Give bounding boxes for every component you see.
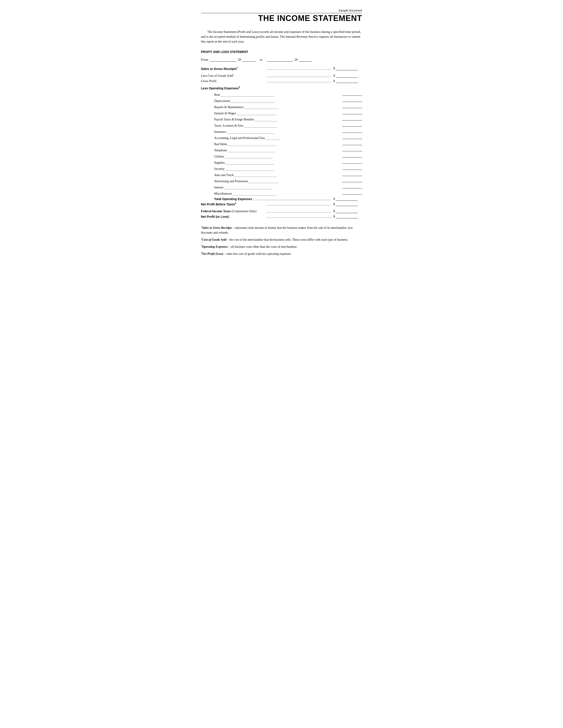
expense-line[interactable] xyxy=(342,98,362,102)
expense-label: Salaries & Wages xyxy=(214,112,280,115)
net-profit-loss-label: Net Profit (or Loss) xyxy=(201,215,267,218)
expense-label: Rent xyxy=(214,93,280,97)
net-profit-before-label: Net Profit Before Taxes4 xyxy=(201,202,267,206)
federal-income-amount: $ xyxy=(331,209,362,213)
total-operating-line[interactable] xyxy=(336,197,358,201)
expense-amount xyxy=(340,110,362,115)
less-operating-title: Less Operating Expenses3 xyxy=(201,86,362,90)
expense-label: Bad Debts xyxy=(214,143,280,146)
expense-amount xyxy=(340,92,362,97)
federal-income-line[interactable] xyxy=(336,209,358,213)
expense-line[interactable] xyxy=(342,154,362,158)
sales-gross-amount: $ xyxy=(331,66,362,70)
expense-amount xyxy=(340,166,362,171)
expense-row: Auto and Truck xyxy=(201,172,362,177)
expense-line[interactable] xyxy=(342,92,362,96)
net-profit-before-amount: $ xyxy=(331,202,362,206)
gross-profit-dots xyxy=(267,82,331,82)
footnote-def: – all business costs other than the cost… xyxy=(228,245,298,248)
expense-row: Interest xyxy=(201,184,362,189)
footnote-term: Cost of Goods Sold xyxy=(202,238,226,241)
expense-line[interactable] xyxy=(342,110,362,114)
expense-line[interactable] xyxy=(342,135,362,139)
income-table: Sales or Gross Receipts1 $ Less Cost of … xyxy=(201,66,362,218)
main-title: THE INCOME STATEMENT xyxy=(201,14,362,23)
footnote-term: Operating Expenses xyxy=(202,245,227,248)
expense-label: Miscellaneous xyxy=(214,192,280,195)
year1-label: 20 xyxy=(238,58,241,62)
expense-line[interactable] xyxy=(342,172,362,176)
expense-row: Rent xyxy=(201,92,362,97)
net-profit-loss-row: Net Profit (or Loss) $ xyxy=(201,214,362,218)
net-profit-before-dots xyxy=(267,205,331,205)
expense-amount xyxy=(340,154,362,158)
gross-profit-line[interactable] xyxy=(336,79,358,83)
expense-row: Advertising and Promotion xyxy=(201,178,362,183)
expense-label: Auto and Truck xyxy=(214,173,280,177)
total-operating-amount: $ xyxy=(331,197,362,201)
expense-label: Depreciation xyxy=(214,99,280,103)
expense-row: Supplies xyxy=(201,160,362,165)
expense-amount xyxy=(340,135,362,140)
expense-label: Repairs & Maintenance xyxy=(214,105,280,109)
expense-line[interactable] xyxy=(342,147,362,151)
year2-label: 20 xyxy=(295,58,298,62)
net-profit-loss-amount: $ xyxy=(331,214,362,218)
net-profit-before-line[interactable] xyxy=(336,202,358,206)
from-line: From: 20 to 20 xyxy=(201,58,362,62)
header-area: Sample Document xyxy=(201,9,362,13)
footnote-def: – the cost of the merchandise that the b… xyxy=(227,238,349,241)
footnotes-area: 1Sales or Gross Receipts – represents to… xyxy=(201,225,362,257)
expense-line[interactable] xyxy=(342,123,362,127)
expense-rows: Rent Depreciation Repairs & Maintenance … xyxy=(201,92,362,195)
less-cost-label: Less Cost of Goods Sold2 xyxy=(201,73,267,78)
expense-row: Insurance xyxy=(201,129,362,134)
expense-label: Insurance xyxy=(214,130,280,134)
from-field[interactable] xyxy=(210,58,236,62)
expense-line[interactable] xyxy=(342,184,362,188)
sales-gross-row: Sales or Gross Receipts1 $ xyxy=(201,66,362,70)
expense-label: Utilities xyxy=(214,155,280,158)
expense-amount xyxy=(340,129,362,134)
expense-amount xyxy=(340,123,362,128)
less-cost-amount: $ xyxy=(331,74,362,78)
expense-row: Accounting, Legal and Professional Fees xyxy=(201,135,362,140)
expense-label: Security xyxy=(214,167,280,171)
less-cost-line[interactable] xyxy=(336,74,358,78)
federal-income-row: Federal Income Taxes (Corporation Only) … xyxy=(201,209,362,213)
sales-gross-label: Sales or Gross Receipts1 xyxy=(201,67,267,71)
expense-line[interactable] xyxy=(342,191,362,195)
net-profit-before-row: Net Profit Before Taxes4 $ xyxy=(201,202,362,206)
expense-row: Depreciation xyxy=(201,98,362,103)
expense-line[interactable] xyxy=(342,178,362,182)
expense-label: Accounting, Legal and Professional Fees xyxy=(214,136,280,140)
expense-line[interactable] xyxy=(342,141,362,145)
gross-profit-row: Gross Profit $ xyxy=(201,79,362,83)
expense-line[interactable] xyxy=(342,116,362,120)
expense-row: Telephone xyxy=(201,147,362,152)
expense-amount xyxy=(340,116,362,121)
less-cost-dots xyxy=(267,77,331,77)
expense-amount xyxy=(340,104,362,109)
expense-line[interactable] xyxy=(342,104,362,108)
expense-row: Payroll Taxes & Fringe Benefits xyxy=(201,116,362,121)
footnote-item: 1Sales or Gross Receipts – represents to… xyxy=(201,225,362,235)
expense-label: Taxes, Licenses & Fees xyxy=(214,124,280,128)
sales-gross-line[interactable] xyxy=(336,66,358,70)
expense-amount xyxy=(340,98,362,103)
footnote-item: 3Operating Expenses – all business costs… xyxy=(201,244,362,249)
expense-line[interactable] xyxy=(342,129,362,133)
expense-label: Advertising and Promotion xyxy=(214,180,280,183)
to-label: to xyxy=(260,58,262,62)
net-profit-loss-line[interactable] xyxy=(336,214,358,218)
expense-line[interactable] xyxy=(342,166,362,170)
expense-row: Salaries & Wages xyxy=(201,110,362,115)
footnote-def: – sales less cost of goods sold less ope… xyxy=(224,252,292,255)
expense-line[interactable] xyxy=(342,160,362,164)
year2-field[interactable] xyxy=(299,58,312,62)
federal-income-label: Federal Income Taxes (Corporation Only) xyxy=(201,209,267,213)
expense-amount xyxy=(340,191,362,195)
to-field[interactable] xyxy=(267,58,293,62)
total-operating-row: Total Operating Expenses $ xyxy=(201,197,362,201)
year1-field[interactable] xyxy=(242,58,256,62)
